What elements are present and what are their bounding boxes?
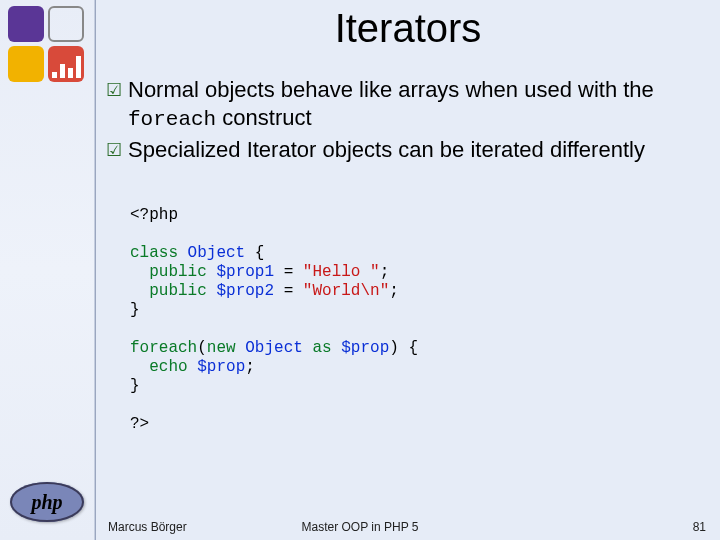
brace-close: }: [130, 301, 140, 319]
kw-public: public: [130, 263, 216, 281]
bars-icon: [52, 56, 81, 78]
paren: (: [197, 339, 207, 357]
logo-square-yellow: [8, 46, 44, 82]
logo-square-outline: [48, 6, 84, 42]
footer-page: 81: [693, 520, 706, 534]
var-prop-echo: $prop: [197, 358, 245, 376]
bullet-1-pre: Normal objects behave like arrays when u…: [128, 77, 654, 102]
sidebar: php: [0, 0, 96, 540]
bullet-1-post: construct: [216, 105, 311, 130]
code-open: <?php: [130, 206, 178, 224]
kw-as: as: [312, 339, 341, 357]
logo-square-red: [48, 46, 84, 82]
kw-echo: echo: [130, 358, 197, 376]
bullet-2-text: Specialized Iterator objects can be iter…: [128, 136, 645, 164]
logo-grid: [8, 6, 90, 88]
bullet-1-code: foreach: [128, 108, 216, 131]
footer-author: Marcus Börger: [108, 520, 187, 534]
bullet-2: ☑ Specialized Iterator objects can be it…: [106, 136, 706, 164]
brace-close2: }: [130, 377, 140, 395]
bullet-list: ☑ Normal objects behave like arrays when…: [106, 76, 706, 166]
footer: Marcus Börger Master OOP in PHP 5 81: [0, 516, 720, 534]
cls-object2: Object: [245, 339, 312, 357]
bullet-1: ☑ Normal objects behave like arrays when…: [106, 76, 706, 134]
code-block: <?php class Object { public $prop1 = "He…: [130, 206, 700, 434]
kw-class: class: [130, 244, 188, 262]
cls-object: Object: [188, 244, 255, 262]
paren-close: ) {: [389, 339, 418, 357]
semi: ;: [380, 263, 390, 281]
kw-new: new: [207, 339, 245, 357]
kw-foreach: foreach: [130, 339, 197, 357]
var-prop2: $prop2: [216, 282, 283, 300]
eq: =: [284, 263, 303, 281]
check-icon: ☑: [106, 76, 128, 104]
str-world: "World\n": [303, 282, 389, 300]
kw-public: public: [130, 282, 216, 300]
footer-title: Master OOP in PHP 5: [302, 520, 419, 534]
var-prop1: $prop1: [216, 263, 283, 281]
code-close: ?>: [130, 415, 149, 433]
check-icon: ☑: [106, 136, 128, 164]
brace: {: [255, 244, 265, 262]
bullet-1-text: Normal objects behave like arrays when u…: [128, 76, 706, 134]
logo-square-purple: [8, 6, 44, 42]
eq: =: [284, 282, 303, 300]
semi: ;: [389, 282, 399, 300]
slide-title: Iterators: [96, 6, 720, 51]
str-hello: "Hello ": [303, 263, 380, 281]
semi: ;: [245, 358, 255, 376]
var-prop: $prop: [341, 339, 389, 357]
